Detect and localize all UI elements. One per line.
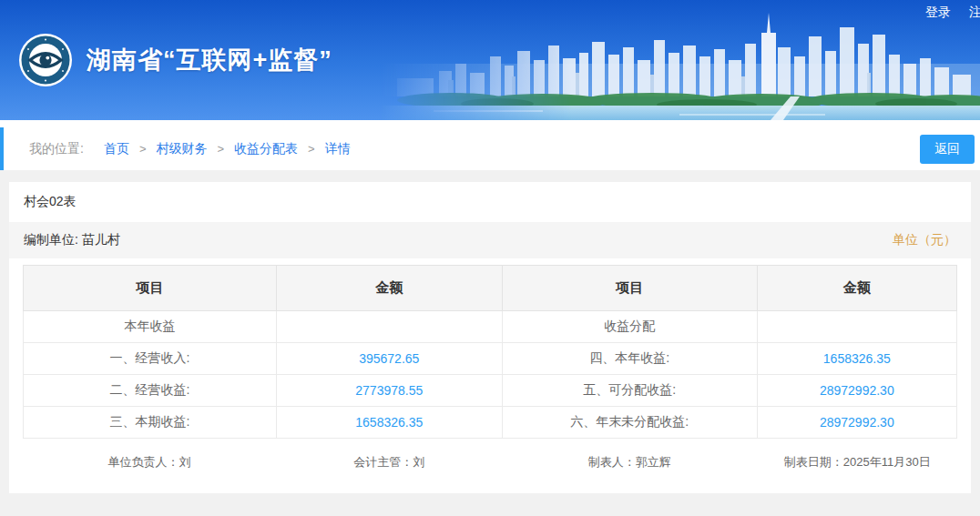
page: 登录 注册 湖南省“互联网+监督” 我 (0, 0, 980, 516)
prepared-by-unit: 编制单位: 苗儿村 (24, 232, 120, 248)
section-gap (0, 170, 980, 182)
item-value: 28972992.30 (757, 375, 956, 407)
col-header-amount-left: 金额 (276, 266, 502, 311)
preparer-signature: 制表人：郭立辉 (502, 454, 757, 470)
item-value: 1658326.35 (757, 343, 956, 375)
item-label: 六、年末未分配收益: (502, 407, 757, 439)
signature-row: 单位负责人：刘 会计主管：刘 制表人：郭立辉 制表日期：2025年11月30日 (9, 439, 971, 490)
breadcrumb-separator: > (308, 142, 315, 156)
table-row: 三、本期收益: 1658326.35 六、年末未分配收益: 28972992.3… (24, 407, 957, 439)
item-label: 一、经营收入: (24, 343, 277, 375)
item-label: 四、本年收益: (502, 343, 757, 375)
city-skyline-image (379, 0, 980, 120)
back-button[interactable]: 返回 (920, 135, 975, 164)
income-distribution-table: 项目 金额 项目 金额 本年收益 收益分配 一、经营收入: (23, 265, 957, 439)
accounting-supervisor-signature: 会计主管：刘 (276, 454, 502, 470)
breadcrumb-separator: > (217, 142, 224, 156)
item-label: 收益分配 (502, 311, 757, 343)
col-header-item-left: 项目 (24, 266, 277, 311)
topbar-links: 登录 注册 (925, 5, 980, 21)
table-row: 二、经营收益: 2773978.55 五、可分配收益: 28972992.30 (24, 375, 957, 407)
report-card: 村会02表 编制单位: 苗儿村 单位（元） 项目 金额 项目 金额 本 (9, 182, 971, 493)
currency-unit-note: 单位（元） (893, 232, 956, 248)
register-link[interactable]: 注册 (969, 5, 980, 21)
item-value: 2773978.55 (276, 375, 502, 407)
site-brand: 湖南省“互联网+监督” (18, 0, 332, 120)
unit-head-signature: 单位负责人：刘 (23, 454, 276, 470)
item-value (757, 311, 956, 343)
breadcrumb-item-income-distribution[interactable]: 收益分配表 (234, 141, 298, 157)
report-date: 制表日期：2025年11月30日 (757, 454, 957, 470)
col-header-item-right: 项目 (502, 266, 757, 311)
item-value: 395672.65 (276, 343, 502, 375)
item-label: 三、本期收益: (24, 407, 277, 439)
eye-icon (30, 54, 61, 67)
breadcrumb-item-detail[interactable]: 详情 (325, 141, 351, 157)
breadcrumb-location-label: 我的位置: (29, 141, 84, 157)
site-banner: 登录 注册 湖南省“互联网+监督” (0, 0, 980, 120)
breadcrumb-separator: > (139, 142, 147, 156)
col-header-amount-right: 金额 (757, 266, 956, 311)
item-value (276, 311, 502, 343)
login-link[interactable]: 登录 (925, 5, 951, 21)
item-label: 五、可分配收益: (502, 375, 757, 407)
table-wrapper: 项目 金额 项目 金额 本年收益 收益分配 一、经营收入: (9, 258, 971, 439)
breadcrumb: 我的位置: 首页 > 村级财务 > 收益分配表 > 详情 返回 (0, 127, 980, 170)
form-code: 村会02表 (9, 182, 971, 222)
item-label: 本年收益 (24, 311, 277, 343)
breadcrumb-item-village-finance[interactable]: 村级财务 (156, 141, 207, 157)
item-value: 1658326.35 (276, 407, 502, 439)
table-row: 一、经营收入: 395672.65 四、本年收益: 1658326.35 (24, 343, 957, 375)
site-title: 湖南省“互联网+监督” (87, 44, 332, 76)
report-meta-row: 编制单位: 苗儿村 单位（元） (9, 222, 971, 258)
table-row: 本年收益 收益分配 (24, 311, 957, 343)
item-value: 28972992.30 (757, 407, 956, 439)
breadcrumb-item-home[interactable]: 首页 (104, 141, 129, 157)
breadcrumb-section: 我的位置: 首页 > 村级财务 > 收益分配表 > 详情 返回 (0, 120, 980, 170)
site-logo (18, 33, 73, 87)
item-label: 二、经营收益: (24, 375, 277, 407)
table-header-row: 项目 金额 项目 金额 (24, 266, 957, 311)
